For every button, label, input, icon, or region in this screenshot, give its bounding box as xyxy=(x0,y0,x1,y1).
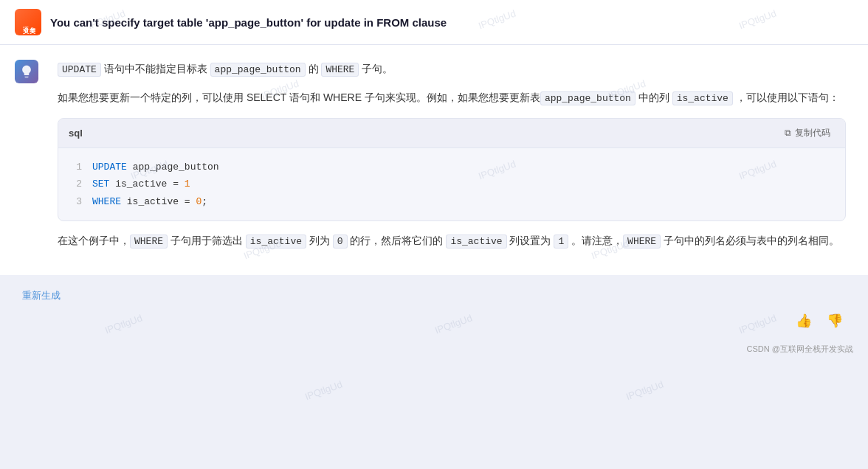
ai-icon xyxy=(19,64,34,79)
code-line-1: 1 UPDATE app_page_button xyxy=(70,159,833,176)
intro-suffix1: 的 xyxy=(306,63,322,74)
content-area: UPDATE 语句中不能指定目标表 app_page_button 的 WHER… xyxy=(0,45,868,469)
outro-val1: 0 xyxy=(333,234,348,249)
copy-button[interactable]: ⧉ 复制代码 xyxy=(780,125,835,142)
kw-update: UPDATE xyxy=(58,63,101,77)
table-name-inline: app_page_button xyxy=(210,63,306,77)
thumbs-up-button[interactable]: 👍 xyxy=(793,310,815,332)
outro-mid1: 子句用于筛选出 xyxy=(168,234,246,246)
outro-text: 在这个例子中，WHERE 子句用于筛选出 is_active 列为 0 的行，然… xyxy=(58,232,846,250)
outro-kw1: WHERE xyxy=(130,234,168,249)
line-num-1: 1 xyxy=(70,159,82,176)
page-wrapper: IPQtlgUdIPQtlgUdIPQtlgUdIPQtlgUdIPQtlgUd… xyxy=(0,0,868,469)
outro-code1: is_active xyxy=(246,234,306,249)
outro-val2: 1 xyxy=(554,234,568,249)
action-row: 👍 👎 xyxy=(22,310,846,332)
thumbs-down-icon: 👎 xyxy=(827,313,843,328)
outro-mid4: 列设置为 xyxy=(507,234,554,246)
outro-prefix1: 在这个例子中， xyxy=(58,234,130,246)
title-bar: 华美语义 You can't specify target table 'app… xyxy=(0,0,868,45)
regen-link[interactable]: 重新生成 xyxy=(22,289,61,302)
response-body: UPDATE 语句中不能指定目标表 app_page_button 的 WHER… xyxy=(58,60,846,250)
logo-text: 华美语义 xyxy=(20,21,36,24)
footer-text: CSDN @互联网全栈开发实战 xyxy=(747,344,853,353)
outro-end: 子句中的列名必须与表中的列名相同。 xyxy=(661,234,839,246)
copy-icon: ⧉ xyxy=(785,128,791,138)
csdn-footer: CSDN @互联网全栈开发实战 xyxy=(0,339,868,361)
line-code-2: SET is_active = 1 xyxy=(92,176,190,192)
outro-mid3: 的行，然后将它们的 xyxy=(348,234,447,246)
para1-text1: 如果您想要更新一个特定的列，可以使用 SELECT 语句和 WHERE 子句来实… xyxy=(58,91,540,103)
response-card: UPDATE 语句中不能指定目标表 app_page_button 的 WHER… xyxy=(0,45,868,275)
bottom-section: 重新生成 👍 👎 xyxy=(0,275,868,339)
para1-mid: 中的列 xyxy=(636,91,672,103)
code-line-2: 2 SET is_active = 1 xyxy=(70,176,833,192)
outro-kw2: WHERE xyxy=(623,234,661,249)
intro-text: UPDATE 语句中不能指定目标表 app_page_button 的 WHER… xyxy=(58,60,846,78)
para1: 如果您想要更新一个特定的列，可以使用 SELECT 语句和 WHERE 子句来实… xyxy=(58,88,846,107)
intro-suffix2: 子句。 xyxy=(359,63,393,74)
para1-code2: is_active xyxy=(672,91,733,105)
code-lang: sql xyxy=(69,128,83,139)
outro-code2: is_active xyxy=(446,234,506,249)
line-code-1: UPDATE app_page_button xyxy=(92,159,219,176)
code-block-header: sql ⧉ 复制代码 xyxy=(58,119,845,148)
line-code-3: WHERE is_active = 0; xyxy=(92,193,207,210)
code-line-3: 3 WHERE is_active = 0; xyxy=(70,193,833,210)
line-num-3: 3 xyxy=(70,193,82,210)
outro-mid5: 。请注意， xyxy=(568,234,623,246)
intro-middle: 语句中不能指定目标表 xyxy=(101,63,210,74)
thumbs-down-button[interactable]: 👎 xyxy=(824,310,846,332)
line-num-2: 2 xyxy=(70,176,82,192)
kw-where-inline: WHERE xyxy=(321,63,359,77)
thumbs-up-icon: 👍 xyxy=(796,313,812,328)
code-block: sql ⧉ 复制代码 1 UPDATE app_page_button 2 xyxy=(58,118,846,221)
page-title: You can't specify target table 'app_page… xyxy=(50,16,447,29)
outro-mid2: 列为 xyxy=(306,234,333,246)
copy-label: 复制代码 xyxy=(795,127,830,139)
para1-end: ，可以使用以下语句： xyxy=(733,91,839,103)
para1-code1: app_page_button xyxy=(540,91,636,105)
logo: 华美语义 xyxy=(15,9,41,35)
ai-avatar xyxy=(15,60,38,83)
code-content: 1 UPDATE app_page_button 2 SET is_active… xyxy=(58,148,845,220)
